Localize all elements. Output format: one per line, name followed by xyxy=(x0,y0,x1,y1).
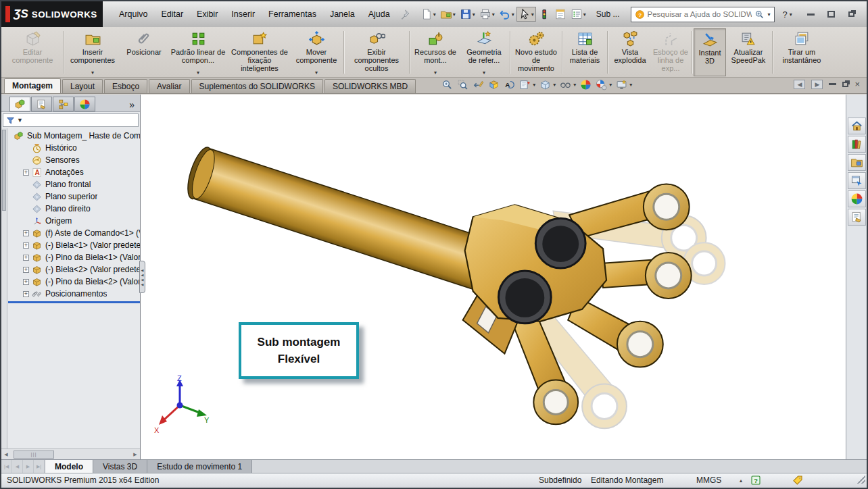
undo-button[interactable]: ▾ xyxy=(497,7,516,22)
ribbon-editar-componente[interactable]: Editar componente xyxy=(3,28,62,76)
pane-right-button[interactable]: ▶ xyxy=(811,80,823,89)
search-input[interactable] xyxy=(648,10,752,18)
tree-item-anotacoes[interactable]: +Anotações xyxy=(8,166,140,178)
chevron-down-icon[interactable]: ▾ xyxy=(492,11,495,18)
expand-icon[interactable]: + xyxy=(23,255,29,261)
annotation-views-button[interactable] xyxy=(504,79,515,91)
save-button[interactable]: ▾ xyxy=(458,7,477,22)
quick-tips-help-icon[interactable] xyxy=(750,475,761,486)
chevron-down-icon[interactable]: ▾ xyxy=(629,82,632,88)
tree-item-origem[interactable]: Origem xyxy=(8,215,140,227)
view-orientation-button[interactable]: ▾ xyxy=(519,79,535,91)
chevron-down-icon[interactable]: ▾ xyxy=(433,11,436,18)
chevron-down-icon[interactable]: ▾ xyxy=(531,11,534,18)
chevron-down-icon[interactable]: ▼ xyxy=(17,117,23,124)
tree-item-plano-direito[interactable]: Plano direito xyxy=(8,203,140,215)
chevron-down-icon[interactable]: ▾ xyxy=(583,11,586,18)
expand-panel-chevron[interactable]: » xyxy=(129,99,137,111)
ribbon-vista-explodida[interactable]: Vista explodida xyxy=(609,28,651,76)
menu-ferramentas[interactable]: Ferramentas xyxy=(262,1,323,27)
tree-item-plano-superior[interactable]: Plano superior xyxy=(8,190,140,203)
maximize-button[interactable] xyxy=(825,9,838,20)
print-button[interactable]: ▾ xyxy=(477,7,497,22)
next-tab-button[interactable]: ▶ xyxy=(23,460,34,473)
minimize-button[interactable] xyxy=(804,9,818,20)
tree-item-biela-1[interactable]: +(-) Biela<1> (Valor predeterm xyxy=(8,239,140,251)
zoom-to-area-button[interactable] xyxy=(457,79,468,91)
first-tab-button[interactable]: |◀ xyxy=(1,460,12,473)
propertymanager-tab[interactable] xyxy=(31,97,52,111)
open-button[interactable]: ▾ xyxy=(438,7,458,22)
custom-properties-button[interactable] xyxy=(848,209,866,226)
tab-modelo[interactable]: Modelo xyxy=(45,460,93,473)
expand-icon[interactable]: + xyxy=(23,279,29,285)
ribbon-inserir-componentes[interactable]: Inserir componentes▾ xyxy=(65,28,120,76)
design-library-button[interactable] xyxy=(848,154,866,171)
ribbon-exibir-ocultos[interactable]: Exibir componentes ocultos xyxy=(345,28,408,76)
last-tab-button[interactable]: ▶| xyxy=(34,460,45,473)
tab-vistas-3d[interactable]: Vistas 3D xyxy=(93,460,147,473)
doc-restore-button[interactable] xyxy=(842,82,848,87)
chevron-down-icon[interactable]: ▾ xyxy=(483,70,485,76)
tree-item-historico[interactable]: Histórico xyxy=(8,142,140,154)
tree-item-aste-comando[interactable]: +(f) Aste de Comando<1> (Va xyxy=(8,227,140,239)
view-settings-button[interactable]: ▾ xyxy=(616,79,632,91)
expand-icon[interactable]: + xyxy=(23,291,29,297)
chevron-down-icon[interactable]: ▾ xyxy=(768,11,771,18)
chevron-down-icon[interactable]: ▾ xyxy=(434,70,437,76)
home-button[interactable] xyxy=(848,118,866,134)
displaymanager-tab[interactable] xyxy=(74,97,95,111)
tags-icon[interactable] xyxy=(792,475,803,486)
edit-appearance-button[interactable] xyxy=(580,79,592,91)
tree-filter-bar[interactable]: ▼ xyxy=(3,113,139,127)
previous-tab-button[interactable]: ◀ xyxy=(12,460,23,473)
assembly-3d-model[interactable] xyxy=(141,95,846,459)
solidworks-resources-button[interactable] xyxy=(848,136,866,153)
tab-layout[interactable]: Layout xyxy=(62,79,103,93)
help-button[interactable]: ? ▾ xyxy=(783,9,792,20)
scrollbar-thumb[interactable]: ||| xyxy=(14,451,54,459)
doc-close-button[interactable]: × xyxy=(854,79,860,89)
chevron-down-icon[interactable]: ▾ xyxy=(197,70,199,76)
chevron-down-icon[interactable]: ▾ xyxy=(91,70,94,76)
graphics-viewport[interactable]: Sub montagem Flexível Z Y X xyxy=(141,95,846,459)
tree-item-sensores[interactable]: Sensores xyxy=(8,154,140,166)
file-explorer-button[interactable] xyxy=(848,172,866,189)
chevron-down-icon[interactable]: ▾ xyxy=(315,70,318,76)
tab-montagem[interactable]: Montagem xyxy=(4,78,61,93)
rollback-bar[interactable] xyxy=(8,301,140,303)
pane-left-button[interactable]: ◀ xyxy=(794,80,805,89)
ribbon-componentes-fixacao[interactable]: Componentes de fixação inteligentes xyxy=(228,28,291,76)
menu-inserir[interactable]: Inserir xyxy=(224,1,262,27)
pin-menu-icon[interactable] xyxy=(400,9,410,20)
ribbon-lista-materiais[interactable]: Lista de materiais xyxy=(564,28,606,76)
scroll-right-arrow[interactable]: ▶ xyxy=(130,452,140,457)
apply-scene-button[interactable]: ▾ xyxy=(596,79,612,91)
options-button[interactable]: ▾ xyxy=(569,7,588,22)
tab-estudo-movimento[interactable]: Estudo de movimento 1 xyxy=(147,460,252,473)
help-search-box[interactable]: ▾ xyxy=(631,7,775,22)
previous-view-button[interactable] xyxy=(473,79,484,91)
ribbon-recursos-montagem[interactable]: Recursos de mont...▾ xyxy=(411,28,460,76)
tree-vertical-scrollbar[interactable] xyxy=(1,128,7,448)
menu-editar[interactable]: Editar xyxy=(154,1,190,27)
expand-icon[interactable]: + xyxy=(23,170,29,176)
featuremanager-tab[interactable] xyxy=(9,97,30,111)
tab-solidworks-mbd[interactable]: SOLIDWORKS MBD xyxy=(324,79,416,93)
tree-item-posicionamentos[interactable]: +Posicionamentos xyxy=(8,288,140,300)
menu-arquivo[interactable]: Arquivo xyxy=(112,1,154,27)
menu-janela[interactable]: Janela xyxy=(323,1,362,27)
search-icon[interactable] xyxy=(754,9,765,20)
display-style-button[interactable]: ▾ xyxy=(539,79,556,91)
select-button[interactable]: ▾ xyxy=(516,7,536,22)
tree-item-root[interactable]: Sub Montagem_ Haste de Coma xyxy=(8,130,140,142)
ribbon-novo-estudo-movimento[interactable]: Novo estudo de movimento xyxy=(512,28,560,76)
tree-item-pino-biela-1[interactable]: +(-) Pino da Biela<1> (Valor pr xyxy=(8,251,140,263)
expand-icon[interactable]: + xyxy=(23,230,29,236)
chevron-down-icon[interactable]: ▾ xyxy=(453,11,456,18)
units-caret-icon[interactable]: ▴ xyxy=(740,478,742,484)
chevron-down-icon[interactable]: ▾ xyxy=(790,11,792,18)
chevron-down-icon[interactable]: ▾ xyxy=(473,11,475,18)
restore-button[interactable] xyxy=(845,9,859,20)
file-properties-button[interactable] xyxy=(552,7,569,22)
